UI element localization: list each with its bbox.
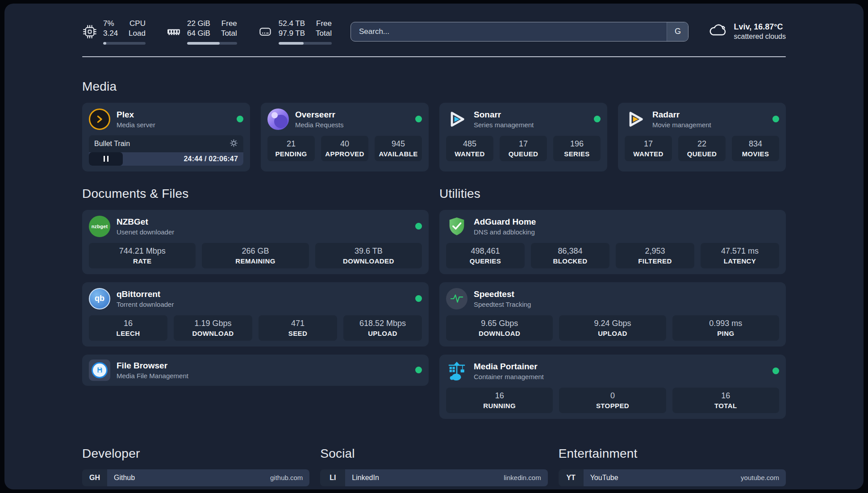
- app-card-portainer[interactable]: Media Portainer Container management 16R…: [439, 355, 786, 419]
- stat-box: 9.65 GbpsDOWNLOAD: [446, 315, 553, 341]
- stat-value: 485: [448, 139, 492, 149]
- app-title: Media Portainer: [474, 362, 544, 372]
- stat-value: 618.52 Mbps: [345, 319, 420, 328]
- stat-value: 16: [674, 391, 777, 401]
- stat-box: 618.52 MbpsUPLOAD: [343, 315, 422, 341]
- ram-free-value: 22 GiB: [187, 19, 210, 29]
- stat-label: AVAILABLE: [376, 150, 420, 158]
- stat-value: 47.571 ms: [702, 246, 777, 256]
- stat-label: SERIES: [555, 150, 599, 158]
- app-card-plex[interactable]: Plex Media server Bullet Train: [82, 103, 250, 171]
- link-row[interactable]: YTYouTubeyoutube.com: [559, 469, 786, 486]
- stat-box: 40APPROVED: [321, 136, 368, 161]
- stat-value: 266 GB: [204, 246, 307, 256]
- developer-links-column: Developer GHGithubgithub.comSOStackOverf…: [82, 447, 309, 489]
- playback-progress-bar[interactable]: 24:44 / 02:06:47: [89, 152, 243, 166]
- nzbget-icon: nzbget: [89, 216, 110, 237]
- stat-label: BLOCKED: [533, 257, 608, 265]
- stat-label: FILTERED: [618, 257, 693, 265]
- stat-row: 744.21 MbpsRATE266 GBREMAINING39.6 TBDOW…: [89, 243, 422, 268]
- ram-progress: [187, 42, 237, 45]
- app-subtitle: Container management: [474, 373, 544, 380]
- stat-label: UPLOAD: [561, 330, 664, 337]
- social-links-column: Social LILinkedInlinkedin.comTWTwittertw…: [320, 447, 547, 489]
- stat-box: 0STOPPED: [559, 388, 666, 413]
- link-row[interactable]: GHGithubgithub.com: [82, 469, 309, 486]
- stat-row: 16RUNNING0STOPPED16TOTAL: [446, 388, 779, 413]
- app-card-radarr[interactable]: Radarr Movie management 17WANTED22QUEUED…: [618, 103, 786, 171]
- disk-stat: 52.4 TB 97.9 TB Free Total: [258, 19, 332, 45]
- stat-box: 16LEECH: [89, 315, 167, 341]
- section-title-social: Social: [320, 447, 547, 461]
- section-title-utilities: Utilities: [439, 187, 786, 201]
- search-input[interactable]: [351, 22, 667, 41]
- status-dot: [415, 223, 422, 230]
- app-card-filebrowser[interactable]: File Browser Media File Management: [82, 355, 429, 386]
- disk-free-label: Free: [316, 19, 332, 29]
- stat-value: 17: [626, 139, 670, 149]
- stat-box: 945AVAILABLE: [375, 136, 422, 161]
- disk-total-value: 97.9 TB: [279, 29, 305, 38]
- playback-time: 24:44 / 02:06:47: [184, 152, 238, 166]
- search-engine-button[interactable]: G: [667, 22, 688, 41]
- app-title: Overseerr: [295, 110, 343, 120]
- ram-free-label: Free: [221, 19, 237, 29]
- section-title-documents: Documents & Files: [82, 187, 429, 201]
- weather-widget[interactable]: Lviv, 16.87°C scattered clouds: [707, 21, 786, 43]
- stat-label: STOPPED: [561, 402, 664, 409]
- link-main: LinkedInlinkedin.com: [345, 469, 547, 486]
- app-card-adguard[interactable]: AdGuard Home DNS and adblocking 498,461Q…: [439, 210, 786, 274]
- link-url: github.com: [270, 474, 303, 481]
- status-dot: [415, 116, 422, 122]
- app-card-nzbget[interactable]: nzbget NZBGet Usenet downloader 744.21 M…: [82, 210, 429, 274]
- speedtest-icon: [446, 288, 467, 309]
- player-settings-icon[interactable]: [230, 139, 238, 149]
- stat-row: 9.65 GbpsDOWNLOAD9.24 GbpsUPLOAD0.993 ms…: [446, 315, 779, 341]
- cpu-progress: [103, 42, 146, 45]
- plex-icon: [89, 109, 110, 130]
- stat-box: 16TOTAL: [672, 388, 779, 413]
- stat-box: 86,384BLOCKED: [531, 243, 609, 268]
- stat-value: 1.19 Gbps: [175, 319, 250, 328]
- link-main: Githubgithub.com: [107, 469, 309, 486]
- stat-label: DOWNLOADED: [317, 257, 420, 265]
- header-divider: [82, 56, 786, 57]
- link-name: YouTube: [590, 474, 618, 482]
- stat-value: 945: [376, 139, 420, 149]
- weather-location-temp: Lviv, 16.87°C: [734, 22, 786, 32]
- link-tag: LI: [320, 469, 345, 486]
- section-title-developer: Developer: [82, 447, 309, 461]
- app-subtitle: Media File Management: [117, 372, 188, 380]
- link-row[interactable]: LILinkedInlinkedin.com: [320, 469, 547, 486]
- stat-label: DOWNLOAD: [175, 330, 250, 337]
- stat-label: SEED: [260, 330, 335, 337]
- cpu-load-value: 3.24: [103, 29, 118, 38]
- app-card-speedtest[interactable]: Speedtest Speedtest Tracking 9.65 GbpsDO…: [439, 282, 786, 347]
- status-dot: [237, 116, 243, 122]
- media-card-grid: Plex Media server Bullet Train: [82, 103, 786, 171]
- app-card-sonarr[interactable]: Sonarr Series management 485WANTED17QUEU…: [439, 103, 607, 171]
- top-bar: 7% 3.24 CPU Load: [82, 19, 786, 45]
- app-card-qbittorrent[interactable]: qb qBittorrent Torrent downloader 16LEEC…: [82, 282, 429, 347]
- stat-row: 17WANTED22QUEUED834MOVIES: [625, 136, 779, 161]
- link-name: Github: [114, 474, 135, 482]
- stat-label: APPROVED: [323, 150, 367, 158]
- stat-value: 2,953: [618, 246, 693, 256]
- link-tag: YT: [559, 469, 584, 486]
- app-card-overseerr[interactable]: Overseerr Media Requests 21PENDING40APPR…: [261, 103, 429, 171]
- status-dot: [772, 116, 779, 122]
- status-dot: [415, 367, 422, 373]
- cpu-usage-value: 7%: [103, 19, 118, 29]
- app-title: qBittorrent: [117, 289, 174, 299]
- qbittorrent-icon: qb: [89, 288, 110, 309]
- stat-box: 498,461QUERIES: [446, 243, 525, 268]
- stat-box: 16RUNNING: [446, 388, 553, 413]
- app-subtitle: Movie management: [652, 121, 711, 129]
- stat-label: WANTED: [448, 150, 492, 158]
- ram-icon: [166, 24, 181, 39]
- stat-value: 86,384: [533, 246, 608, 256]
- stat-box: 744.21 MbpsRATE: [89, 243, 196, 268]
- stat-label: PENDING: [269, 150, 313, 158]
- stat-label: UPLOAD: [345, 330, 420, 337]
- stat-box: 21PENDING: [267, 136, 315, 161]
